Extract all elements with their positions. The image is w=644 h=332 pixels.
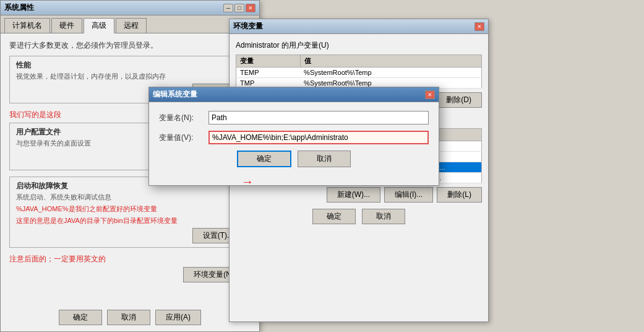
env-btn-row: 环境变量(N)... [9,267,251,282]
annotation-bin-dir: 这里的意思是在JAVA的目录下的bin目录配置环境变量 [16,216,244,225]
user-vars-table: 变量 值 TEMP %SystemRoot%\Temp TMP %SystemR… [236,55,482,89]
sys-props-titlebar: 系统属性 ─ □ ✕ [1,1,259,15]
minimize-button[interactable]: ─ [223,4,233,12]
var-name-row: 变量名(N): [159,111,429,124]
tab-hardware[interactable]: 硬件 [51,18,82,33]
sys-ok-button[interactable]: 确定 [59,310,102,325]
env-vars-title: 环境变量 [233,21,263,32]
user-var-header-value: 值 [300,55,481,68]
annotation-java-home-text: %JAVA_HOME%是我们之前配置好的环境变量 [16,205,157,212]
annotation-semicolon: 注意后面的；一定要用英文的 [9,254,251,264]
dialog-content: 变量名(N): 变量值(V): 确定 取消 [149,102,439,173]
sys-apply-button[interactable]: 应用(A) [155,310,201,325]
annotation-we-write-text: 我们写的是这段 [9,110,61,119]
edit-dialog-close-button[interactable]: ✕ [425,90,435,99]
tab-remote[interactable]: 远程 [116,18,147,33]
var-value-row: 变量值(V): [159,131,429,144]
maximize-button[interactable]: □ [234,4,244,12]
sys-props-bottom-buttons: 确定 取消 应用(A) [1,310,259,325]
dialog-ok-button[interactable]: 确定 [237,151,291,167]
annotation-bin-dir-text: 这里的意思是在JAVA的目录下的bin目录配置环境变量 [16,217,178,224]
edit-dialog: 编辑系统变量 ✕ 变量名(N): 变量值(V): 确定 取消 [148,87,439,186]
tab-advanced[interactable]: 高级 [84,18,114,33]
var-value-label: 变量值(V): [159,133,208,143]
sys-delete-button[interactable]: 删除(L) [437,187,482,203]
user-var-temp-name: TEMP [236,68,301,78]
sys-edit-button[interactable]: 编辑(I)... [384,187,433,203]
user-var-temp-value: %SystemRoot%\Temp [300,68,481,78]
annotation-java-home: %JAVA_HOME%是我们之前配置好的环境变量 [16,204,244,214]
sys-props-title: 系统属性 [4,2,34,13]
info-line: 要进行大多数更改，您必须作为管理员登录。 [9,40,251,51]
user-vars-section-title: Administrator 的用户变量(U) [236,40,482,51]
table-row[interactable]: TEMP %SystemRoot%\Temp [236,68,482,78]
section-performance-title: 性能 [16,60,244,71]
sys-cancel-button[interactable]: 取消 [107,310,150,325]
env-ok-button[interactable]: 确定 [312,209,356,224]
var-name-input[interactable] [208,111,429,124]
red-arrow-icon: → [241,175,254,189]
env-titlebar-buttons: ✕ [474,22,484,31]
env-cancel-button[interactable]: 取消 [362,209,405,224]
sys-vars-btn-row: 新建(W)... 编辑(I)... 删除(L) [236,187,482,203]
close-button[interactable]: ✕ [246,4,255,12]
tabs-bar: 计算机名 硬件 高级 远程 [1,15,259,33]
edit-dialog-titlebar-buttons: ✕ [425,90,435,99]
section-startup-desc: 系统启动、系统失败和调试信息 [16,193,244,202]
annotation-semicolon-text: 注意后面的；一定要用英文的 [9,255,106,263]
sys-new-button[interactable]: 新建(W)... [327,187,380,203]
section-performance-desc: 视觉效果，处理器计划，内存使用，以及虚拟内存 [16,72,244,81]
startup-btn-row: 设置(T)... [16,228,244,243]
var-value-input[interactable] [208,131,429,144]
dialog-buttons: 确定 取消 [159,151,429,167]
section-startup: 启动和故障恢复 系统启动、系统失败和调试信息 %JAVA_HOME%是我们之前配… [9,177,251,248]
env-close-button[interactable]: ✕ [474,22,484,31]
env-bottom-buttons: 确定 取消 [236,209,482,224]
tab-computer-name[interactable]: 计算机名 [4,18,50,33]
var-name-label: 变量名(N): [159,113,208,123]
edit-dialog-titlebar: 编辑系统变量 ✕ [149,87,439,102]
env-vars-titlebar: 环境变量 ✕ [230,19,488,34]
user-delete-button[interactable]: 删除(D) [436,92,482,108]
dialog-cancel-button[interactable]: 取消 [298,151,351,167]
user-var-header-name: 变量 [236,55,301,68]
titlebar-buttons: ─ □ ✕ [223,4,255,12]
edit-dialog-title: 编辑系统变量 [153,89,197,100]
